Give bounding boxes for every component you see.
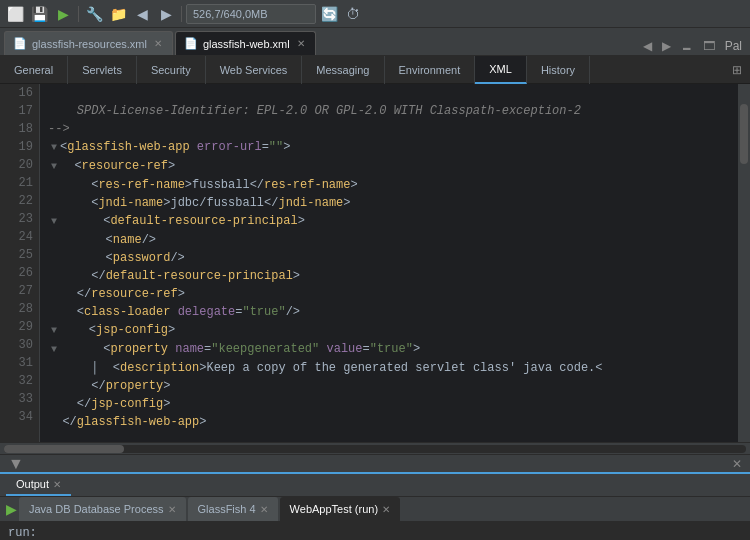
toolbar-btn-1[interactable]: ⬜ <box>4 3 26 25</box>
line-numbers: 16 17 18 19 20 21 22 23 24 25 26 27 28 2… <box>0 84 40 442</box>
tab-label-2: glassfish-web.xml <box>203 38 290 50</box>
toolbar-btn-2[interactable]: 💾 <box>28 3 50 25</box>
code-content: SPDX-License-Identifier: EPL-2.0 OR GPL-… <box>40 84 738 442</box>
toolbar-url[interactable] <box>186 4 316 24</box>
hscrollbar[interactable] <box>0 442 750 454</box>
panel-tab-output[interactable]: Output ✕ <box>6 474 71 496</box>
tab-servlets[interactable]: Servlets <box>68 56 137 84</box>
tab-environment[interactable]: Environment <box>385 56 476 84</box>
toolbar-btn-5[interactable]: ◀ <box>131 3 153 25</box>
tab-maximize-btn[interactable]: 🗖 <box>699 37 719 55</box>
main-container: General Servlets Security Web Services M… <box>0 56 750 540</box>
tab-glassfish-resources[interactable]: 📄 glassfish-resources.xml ✕ <box>4 31 173 55</box>
tab-next-btn[interactable]: ▶ <box>658 37 675 55</box>
panel-tabs: Output ✕ <box>0 474 750 497</box>
run-tab-glassfish[interactable]: GlassFish 4 ✕ <box>188 497 278 521</box>
output-tab-close[interactable]: ✕ <box>53 479 61 490</box>
file-tab-bar: 📄 glassfish-resources.xml ✕ 📄 glassfish-… <box>0 28 750 56</box>
hscrollbar-track <box>4 445 746 453</box>
tab-close-1[interactable]: ✕ <box>152 37 164 50</box>
run-btn[interactable]: ▶ <box>52 3 74 25</box>
tab-minimize-btn[interactable]: 🗕 <box>677 37 697 55</box>
tab-actions: ◀ ▶ 🗕 🗖 Pal <box>639 37 746 55</box>
tab-glassfish-web[interactable]: 📄 glassfish-web.xml ✕ <box>175 31 316 55</box>
editor-main: General Servlets Security Web Services M… <box>0 56 750 472</box>
tab-close-2[interactable]: ✕ <box>295 37 307 50</box>
run-tabs: ▶ Java DB Database Process ✕ GlassFish 4… <box>0 497 750 522</box>
toolbar-btn-7[interactable]: ⏱ <box>342 3 364 25</box>
tab-label-1: glassfish-resources.xml <box>32 38 147 50</box>
tab-web-services[interactable]: Web Services <box>206 56 303 84</box>
toolbar-btn-6[interactable]: ▶ <box>155 3 177 25</box>
close-mini-btn[interactable]: ✕ <box>732 457 742 471</box>
tab-xml[interactable]: XML <box>475 56 527 84</box>
tab-security[interactable]: Security <box>137 56 206 84</box>
tab-general[interactable]: General <box>0 56 68 84</box>
tab-messaging[interactable]: Messaging <box>302 56 384 84</box>
palette-label: Pal <box>721 39 746 53</box>
expand-btn[interactable]: ▼ <box>8 455 24 473</box>
sep-2 <box>181 6 182 22</box>
main-toolbar: ⬜ 💾 ▶ 🔧 📁 ◀ ▶ 🔄 ⏱ <box>0 0 750 28</box>
webapp-close[interactable]: ✕ <box>382 504 390 515</box>
run-content: run: <box>0 522 750 540</box>
run-tab-java-db[interactable]: Java DB Database Process ✕ <box>19 497 186 521</box>
tab-history[interactable]: History <box>527 56 590 84</box>
toolbar-btn-4[interactable]: 📁 <box>107 3 129 25</box>
code-area[interactable]: SPDX-License-Identifier: EPL-2.0 OR GPL-… <box>40 84 738 442</box>
vertical-scrollbar[interactable] <box>738 84 750 442</box>
refresh-btn[interactable]: 🔄 <box>318 3 340 25</box>
file-icon-1: 📄 <box>13 37 27 50</box>
run-output: run: <box>8 526 37 540</box>
editor-tabs: General Servlets Security Web Services M… <box>0 56 750 84</box>
mini-bar: ▼ ✕ <box>0 454 750 472</box>
tab-more-btn[interactable]: ⊞ <box>724 63 750 77</box>
hscrollbar-thumb <box>4 445 124 453</box>
sep-1 <box>78 6 79 22</box>
code-wrapper: 16 17 18 19 20 21 22 23 24 25 26 27 28 2… <box>0 84 750 442</box>
run-icon: ▶ <box>6 501 17 517</box>
glassfish-close[interactable]: ✕ <box>260 504 268 515</box>
toolbar-btn-3[interactable]: 🔧 <box>83 3 105 25</box>
tab-prev-btn[interactable]: ◀ <box>639 37 656 55</box>
java-db-close[interactable]: ✕ <box>168 504 176 515</box>
scrollbar-thumb-v <box>740 104 748 164</box>
bottom-panel: Output ✕ ▶ Java DB Database Process ✕ Gl… <box>0 472 750 540</box>
run-tab-webapp[interactable]: WebAppTest (run) ✕ <box>280 497 400 521</box>
file-icon-2: 📄 <box>184 37 198 50</box>
